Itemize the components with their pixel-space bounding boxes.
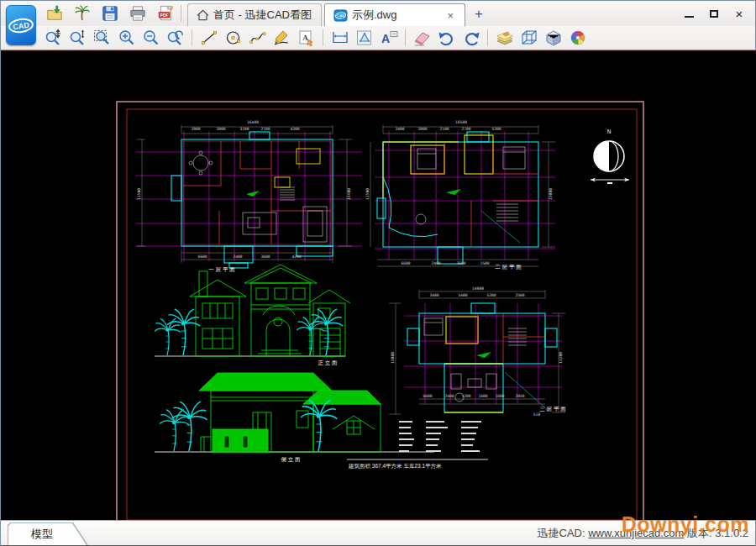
svg-text:A: A	[381, 32, 389, 45]
tree-icon[interactable]	[71, 3, 93, 24]
print-icon[interactable]	[126, 3, 149, 24]
model-tab[interactable]: 模型	[8, 522, 88, 545]
svg-text:PDF: PDF	[160, 13, 168, 18]
tab-close-icon[interactable]: ×	[444, 9, 456, 22]
zoom-window-icon[interactable]	[91, 28, 113, 48]
color-wheel-icon[interactable]	[566, 28, 589, 48]
svg-text:3400: 3400	[395, 127, 404, 131]
svg-text:2500: 2500	[515, 293, 524, 297]
zoom-previous-icon[interactable]	[164, 28, 186, 48]
measure-distance-icon[interactable]	[328, 28, 351, 48]
plan-first-floor: 3900 3000 3100 2100 4300 16400 6600 2400…	[135, 120, 362, 272]
svg-text:5300: 5300	[491, 127, 501, 131]
tab-strip: 首页 - 迅捷CAD看图 CAD 示例.dwg × +	[187, 1, 490, 26]
line-tool-icon[interactable]	[197, 28, 220, 48]
tab-document[interactable]: CAD 示例.dwg ×	[324, 3, 465, 26]
drawing-canvas[interactable]: 3900 3000 3100 2100 4300 16400 6600 2400…	[1, 50, 756, 520]
website-link[interactable]: www.xunjiecad.com	[588, 527, 684, 539]
palm-trees-front	[155, 309, 343, 355]
text-draw-icon[interactable]: A	[295, 28, 318, 48]
plan-second-floor: 3400 3000 2100 2700 5300 16500 6600 2400…	[365, 120, 555, 270]
model-tab-label: 模型	[8, 523, 87, 545]
measure-area-icon[interactable]	[353, 28, 375, 48]
svg-text:A: A	[302, 34, 308, 42]
svg-text:3600: 3600	[260, 255, 270, 259]
new-tab-button[interactable]: +	[468, 4, 490, 24]
tab-home-label: 首页 - 迅捷CAD看图	[213, 8, 312, 23]
svg-text:2100: 2100	[260, 127, 270, 131]
svg-text:1600: 1600	[478, 394, 487, 398]
svg-text:6600: 6600	[197, 255, 207, 259]
cad-viewer-window: CAD PDF 首页 - 迅捷CAD看图	[0, 0, 756, 546]
solid-cube-icon[interactable]	[542, 28, 564, 48]
eraser-icon[interactable]	[411, 28, 433, 48]
svg-text:1200: 1200	[461, 394, 470, 398]
cad-drawing: 3900 3000 3100 2100 4300 16400 6600 2400…	[1, 51, 756, 520]
svg-text:2100: 2100	[439, 127, 449, 131]
svg-text:3100: 3100	[239, 127, 249, 131]
zoom-in-icon[interactable]	[115, 28, 138, 48]
separator	[405, 29, 406, 46]
svg-text:CAD: CAD	[337, 13, 344, 18]
window-controls: ×	[676, 1, 755, 26]
svg-text:15000: 15000	[549, 188, 553, 200]
svg-text:2700: 2700	[461, 127, 470, 131]
pdf-export-icon[interactable]: PDF	[154, 3, 176, 24]
svg-text:13500: 13500	[137, 188, 141, 200]
wireframe-cube-icon[interactable]	[517, 28, 540, 48]
minimize-button[interactable]	[676, 3, 701, 24]
pan-icon[interactable]	[42, 28, 65, 48]
svg-text:13200: 13200	[559, 352, 563, 364]
svg-text:6600: 6600	[401, 261, 410, 265]
svg-text:3600: 3600	[456, 261, 465, 265]
svg-text:2400: 2400	[431, 261, 440, 265]
svg-text:1600: 1600	[495, 394, 504, 398]
svg-text:2400: 2400	[233, 255, 242, 259]
separator	[181, 5, 181, 22]
svg-text:4200: 4200	[291, 255, 301, 259]
svg-text:5400: 5400	[458, 293, 467, 297]
zoom-out-icon[interactable]	[139, 28, 162, 48]
separator	[192, 29, 192, 46]
svg-text:2050: 2050	[515, 394, 524, 398]
legend-table: 建筑面积 367.4平方米 车库23.1平方米	[347, 421, 488, 470]
undo-icon[interactable]	[435, 28, 458, 48]
svg-text:3400: 3400	[429, 293, 438, 297]
elevation-front: 正 立 面	[155, 265, 350, 365]
elev-front-label: 正 立 面	[318, 360, 338, 365]
svg-text:4300: 4300	[290, 127, 299, 131]
plan2-label: 二 层 平 面	[495, 264, 522, 270]
circle-tool-icon[interactable]	[222, 28, 244, 48]
app-label: 迅捷CAD:	[538, 527, 585, 539]
tab-document-label: 示例.dwg	[352, 8, 396, 23]
quick-access-toolbar: PDF	[43, 1, 176, 26]
spline-tool-icon[interactable]	[246, 28, 269, 48]
elev-side-label: 侧 立 面	[281, 456, 301, 463]
cad-doc-icon: CAD	[333, 9, 348, 22]
svg-text:2400: 2400	[444, 394, 454, 398]
svg-text:15000: 15000	[391, 352, 395, 364]
svg-text:3900: 3900	[191, 127, 200, 131]
separator	[323, 29, 323, 46]
plan-third-floor: 3400 5400 5300 2500 14900 6600 2400 1200…	[389, 286, 566, 417]
save-icon[interactable]	[98, 3, 121, 24]
open-file-icon[interactable]	[43, 3, 66, 24]
svg-text:13500: 13500	[365, 188, 370, 200]
svg-text:N: N	[607, 129, 612, 134]
tab-home[interactable]: 首页 - 迅捷CAD看图	[187, 3, 322, 26]
zoom-scale-icon[interactable]	[66, 28, 89, 48]
annotation-icon[interactable]: A	[377, 28, 400, 48]
separator	[487, 29, 488, 46]
redo-icon[interactable]	[459, 28, 482, 48]
svg-text:6600: 6600	[423, 394, 432, 398]
layers-icon[interactable]	[493, 28, 516, 48]
freehand-tool-icon[interactable]	[270, 28, 293, 48]
maximize-button[interactable]	[701, 3, 727, 24]
north-arrow: N	[591, 129, 629, 184]
title-bar: CAD PDF 首页 - 迅捷CAD看图	[1, 1, 755, 26]
home-icon	[197, 9, 209, 21]
close-button[interactable]: ×	[727, 3, 752, 24]
svg-text:5300: 5300	[486, 293, 496, 297]
elevation-side: 侧 立 面	[155, 373, 434, 463]
plan3-label: 三 层 平 面	[539, 406, 566, 412]
